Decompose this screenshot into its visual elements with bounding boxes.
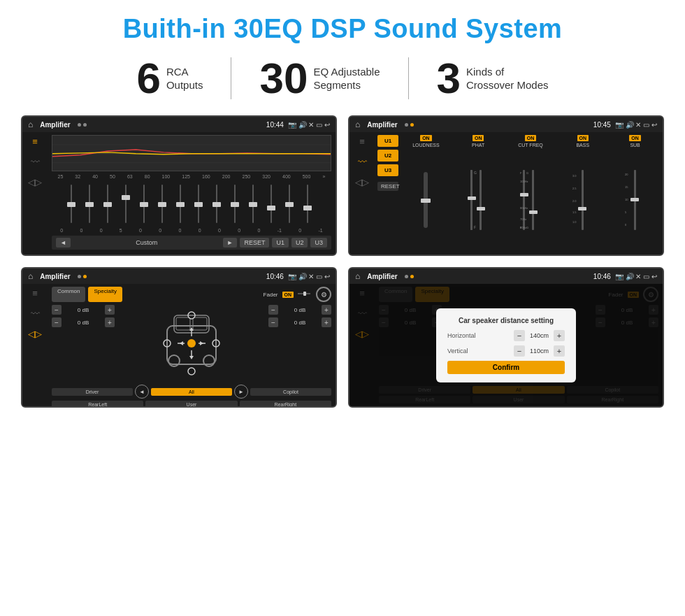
db-minus-1[interactable]: − bbox=[52, 305, 62, 315]
loudness-slider[interactable] bbox=[424, 172, 428, 228]
volume-icon[interactable]: ◁▷ bbox=[28, 177, 42, 187]
svg-rect-39 bbox=[523, 170, 525, 230]
dialog-row-vertical: Vertical − 110cm + bbox=[447, 345, 565, 357]
svg-text:80kHz: 80kHz bbox=[520, 206, 528, 210]
vertical-plus-btn[interactable]: + bbox=[554, 345, 565, 357]
home-icon-spk[interactable]: ⌂ bbox=[28, 271, 33, 281]
copilot-btn[interactable]: Copilot bbox=[250, 388, 331, 396]
app-name-eq: Amplifier bbox=[40, 121, 70, 129]
svg-rect-38 bbox=[477, 207, 485, 210]
svg-text:5: 5 bbox=[625, 210, 627, 214]
dot-dlg1 bbox=[405, 275, 408, 278]
db-minus-3[interactable]: − bbox=[268, 305, 278, 315]
horizontal-plus-btn[interactable]: + bbox=[554, 330, 565, 341]
eq-reset-btn[interactable]: RESET bbox=[240, 238, 269, 248]
home-icon-amp[interactable]: ⌂ bbox=[355, 120, 360, 129]
stat-label-rca: RCAOutputs bbox=[166, 65, 203, 92]
db-minus-2[interactable]: − bbox=[52, 317, 62, 327]
rearleft-btn[interactable]: RearLeft bbox=[52, 401, 143, 408]
settings-icon[interactable]: ⚙ bbox=[316, 287, 331, 302]
dialog-control-vertical: − 110cm + bbox=[514, 345, 565, 357]
svg-text:1.5: 1.5 bbox=[572, 210, 577, 214]
fader-sliders bbox=[298, 291, 312, 298]
spk-left-controls: − 0 dB + − 0 dB + bbox=[52, 305, 115, 382]
confirm-button[interactable]: Confirm bbox=[447, 361, 565, 374]
svg-rect-71 bbox=[193, 317, 207, 330]
eq-icon-amp[interactable]: ≡ bbox=[359, 136, 365, 147]
eq-icon-spk[interactable]: ≡ bbox=[32, 288, 38, 299]
spk-footer: Driver ◄ All ► Copilot bbox=[52, 385, 331, 399]
svg-rect-34 bbox=[480, 170, 482, 230]
spk-diagram bbox=[120, 305, 263, 382]
svg-marker-85 bbox=[180, 341, 183, 345]
vertical-value: 110cm bbox=[527, 348, 551, 354]
home-icon-dlg[interactable]: ⌂ bbox=[355, 271, 360, 281]
eq-u1-btn[interactable]: U1 bbox=[272, 238, 289, 248]
amp-u3-btn[interactable]: U3 bbox=[377, 164, 398, 176]
amp-u2-btn[interactable]: U2 bbox=[377, 150, 398, 162]
eq-body: ≡ 〰 ◁▷ bbox=[22, 132, 336, 255]
status-icons-dlg: 📷 🔊 ✕ ▭ ↩ bbox=[615, 273, 657, 280]
dot2 bbox=[83, 123, 87, 127]
amp-reset-btn[interactable]: RESET bbox=[377, 182, 398, 191]
fader-label: Fader bbox=[264, 292, 278, 298]
home-icon[interactable]: ⌂ bbox=[28, 120, 33, 129]
eq-u3-btn[interactable]: U3 bbox=[310, 238, 327, 248]
channel-sub: ON SUB 20 15 10 5 0 bbox=[610, 135, 660, 252]
db-plus-3[interactable]: + bbox=[322, 305, 331, 315]
vertical-minus-btn[interactable]: − bbox=[514, 345, 525, 357]
fader-on-badge: ON bbox=[282, 292, 294, 298]
svg-rect-18 bbox=[67, 202, 75, 207]
status-icons-eq: 📷 🔊 ✕ ▭ ↩ bbox=[288, 121, 330, 129]
svg-rect-51 bbox=[529, 210, 538, 214]
horizontal-minus-btn[interactable]: − bbox=[514, 330, 525, 341]
amp-u1-btn[interactable]: U1 bbox=[377, 135, 398, 147]
db-plus-2[interactable]: + bbox=[105, 317, 115, 327]
arrow-left-icon[interactable]: ◄ bbox=[135, 385, 149, 399]
eq-prev-btn[interactable]: ◄ bbox=[56, 238, 71, 248]
wave-icon[interactable]: 〰 bbox=[31, 157, 40, 167]
svg-point-78 bbox=[187, 339, 196, 348]
amp-body: ≡ 〰 ◁▷ U1 U2 U3 RESET ON LO bbox=[349, 132, 663, 255]
wave-icon-spk[interactable]: 〰 bbox=[31, 308, 40, 319]
eq-u2-btn[interactable]: U2 bbox=[291, 238, 308, 248]
app-name-dlg: Amplifier bbox=[367, 273, 397, 280]
svg-rect-19 bbox=[85, 202, 94, 207]
vol-icon-spk[interactable]: ◁▷ bbox=[28, 329, 42, 339]
screen-dialog: ⌂ Amplifier 10:46 📷 🔊 ✕ ▭ ↩ ≡ 〰 ◁▷ bbox=[348, 267, 664, 408]
db-plus-4[interactable]: + bbox=[322, 317, 331, 327]
channel-cutfreq: ON CUT FREQ F F G G bbox=[506, 135, 556, 252]
channel-phat: ON PHAT G F bbox=[454, 135, 503, 252]
horizontal-value: 140cm bbox=[527, 332, 551, 339]
tab-common[interactable]: Common bbox=[52, 287, 85, 302]
all-btn[interactable]: All bbox=[151, 388, 232, 396]
arrow-right-icon[interactable]: ► bbox=[234, 385, 248, 399]
tab-specialty[interactable]: Specialty bbox=[88, 287, 122, 302]
stat-number-rca: 6 bbox=[136, 57, 160, 100]
db-control-1: − 0 dB + bbox=[52, 305, 115, 315]
bass-slider: 3.0 2.5 2.0 1.5 1.0 bbox=[572, 169, 593, 231]
stat-rca: 6 RCAOutputs bbox=[108, 57, 231, 100]
stat-eq: 30 EQ AdjustableSegments bbox=[231, 57, 408, 100]
eq-labels: 25 32 40 50 63 80 100 125 160 200 250 32… bbox=[52, 174, 331, 179]
status-icons-spk: 📷 🔊 ✕ ▭ ↩ bbox=[288, 273, 330, 280]
svg-rect-40 bbox=[532, 170, 534, 230]
stat-number-eq: 30 bbox=[259, 57, 308, 100]
amp-sidebar: ≡ 〰 ◁▷ bbox=[349, 132, 375, 255]
eq-icon[interactable]: ≡ bbox=[32, 136, 38, 147]
rearright-btn[interactable]: RearRight bbox=[240, 401, 331, 408]
wave-icon-amp[interactable]: 〰 bbox=[358, 157, 367, 167]
user-btn[interactable]: User bbox=[145, 401, 237, 408]
svg-rect-50 bbox=[520, 193, 528, 196]
db-minus-4[interactable]: − bbox=[268, 317, 278, 327]
vol-icon-amp[interactable]: ◁▷ bbox=[355, 177, 369, 187]
dialog-control-horizontal: − 140cm + bbox=[514, 330, 565, 341]
dot1 bbox=[78, 123, 81, 127]
eq-content: 25 32 40 50 63 80 100 125 160 200 250 32… bbox=[48, 132, 336, 255]
eq-next-btn[interactable]: ► bbox=[223, 238, 238, 248]
db-plus-1[interactable]: + bbox=[105, 305, 115, 315]
svg-rect-67 bbox=[303, 292, 306, 296]
svg-text:10: 10 bbox=[625, 198, 628, 201]
driver-btn[interactable]: Driver bbox=[52, 388, 133, 396]
eq-preset-name: Custom bbox=[73, 239, 220, 246]
